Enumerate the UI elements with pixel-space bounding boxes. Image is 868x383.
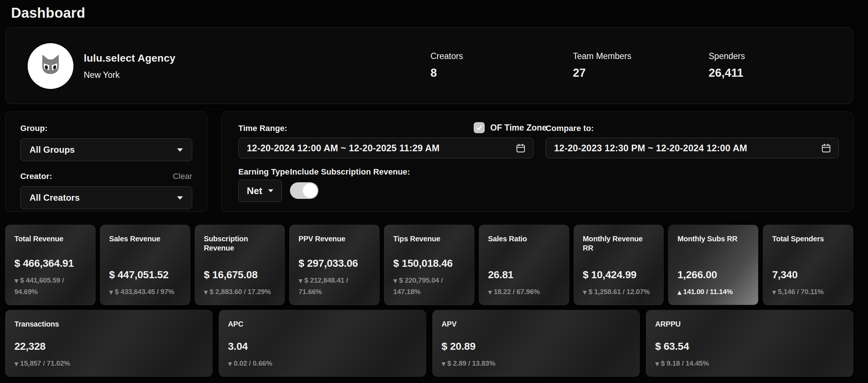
metric-card-tips-revenue: Tips Revenue $ 150,018.46 ▼$ 220,795.04 … <box>384 225 474 305</box>
calendar-icon[interactable] <box>821 143 831 153</box>
cat-logo-icon <box>35 50 66 82</box>
metric-comparison: ▼$ 212,848.41 / 71.66% <box>298 275 370 297</box>
metric-comparison: ▼$ 441,605.59 / 94.69% <box>14 275 86 297</box>
metric-value: 7,340 <box>772 269 844 281</box>
trend-down-icon: ▼ <box>442 361 446 367</box>
group-select-value: All Groups <box>30 145 75 155</box>
metric-comparison: ▼$ 2.89 / 13.83% <box>442 358 630 369</box>
dashboard-page: Dashboard lulu.select Agency New York Cr… <box>0 0 868 383</box>
metric-card-monthly-revenue-rr: Monthly Revenue RR $ 10,424.99 ▼$ 1,258.… <box>574 225 664 305</box>
metric-card-total-revenue: Total Revenue $ 466,364.91 ▼$ 441,605.59… <box>5 225 96 305</box>
group-label: Group: <box>20 124 192 133</box>
agency-header-card: lulu.select Agency New York Creators 8 T… <box>5 27 853 104</box>
agency-stat-creators: Creators 8 <box>430 51 463 80</box>
metric-comparison: ▼$ 2,883.60 / 17.29% <box>204 286 276 297</box>
metric-label: PPV Revenue <box>298 234 370 244</box>
metric-label: Total Revenue <box>14 234 86 244</box>
metric-comparison: ▼$ 9.18 / 14.45% <box>655 358 844 369</box>
metric-comparison: ▼15,857 / 71.02% <box>14 358 203 369</box>
creator-clear-link[interactable]: Clear <box>173 172 192 181</box>
creator-label-row: Creator: Clear <box>20 172 192 181</box>
agency-avatar <box>28 43 73 89</box>
metric-label: Total Spenders <box>772 234 844 244</box>
filters-row: Group: All Groups Creator: Clear All Cre… <box>5 111 853 212</box>
earning-type-label: Earning Type: <box>238 167 292 177</box>
metric-value: $ 466,364.91 <box>14 258 86 269</box>
trend-down-icon: ▼ <box>14 278 18 284</box>
trend-down-icon: ▼ <box>228 361 232 367</box>
trend-down-icon: ▼ <box>772 289 776 295</box>
chevron-down-icon <box>268 189 273 192</box>
time-filters-panel: Time Range: OF Time Zone Compare to: 12-… <box>221 111 853 212</box>
of-time-zone-checkbox[interactable] <box>474 122 485 133</box>
metric-card-total-spenders: Total Spenders 7,340 ▼5,146 / 70.11% <box>763 225 853 305</box>
metric-comparison: ▼$ 1,258.61 / 12.07% <box>583 286 655 297</box>
earning-type-value: Net <box>247 185 262 197</box>
metric-label: Subscription Revenue <box>204 234 276 253</box>
metric-card-monthly-subs-rr: Monthly Subs RR 1,266.00 ▲141.00 / 11.14… <box>668 225 758 305</box>
metric-value: $ 447,051.52 <box>109 269 181 281</box>
time-range-value: 12-20-2024 12:00 AM ~ 12-20-2025 11:29 A… <box>247 143 440 153</box>
earning-type-select[interactable]: Net <box>238 180 282 202</box>
toggle-knob <box>303 183 317 198</box>
metrics-row-2: Transactions 22,328 ▼15,857 / 71.02% APC… <box>5 310 853 377</box>
metric-label: Sales Ratio <box>488 234 560 244</box>
agency-stat-spenders: Spenders 26,411 <box>709 51 745 80</box>
chevron-down-icon <box>177 148 183 152</box>
metric-label: Monthly Subs RR <box>677 234 749 244</box>
metric-comparison: ▼$ 433,643.45 / 97% <box>109 286 181 297</box>
creator-select[interactable]: All Creators <box>20 186 192 209</box>
metric-label: Monthly Revenue RR <box>583 234 655 253</box>
metric-value: 26.81 <box>488 269 560 281</box>
stat-label: Creators <box>430 51 463 61</box>
stat-value: 8 <box>430 66 463 80</box>
group-select[interactable]: All Groups <box>20 138 192 161</box>
page-title: Dashboard <box>11 5 853 21</box>
of-time-zone-label: OF Time Zone <box>490 123 547 133</box>
creator-label: Creator: <box>20 172 52 181</box>
metric-comparison: ▼18.22 / 67.96% <box>488 286 560 297</box>
metric-card-subscription-revenue: Subscription Revenue $ 16,675.08 ▼$ 2,88… <box>195 225 285 305</box>
metric-value: $ 20.89 <box>442 341 630 352</box>
of-time-zone-control: OF Time Zone <box>474 122 547 133</box>
metric-comparison: ▲141.00 / 11.14% <box>677 286 749 297</box>
metric-value: $ 297,033.06 <box>298 258 370 269</box>
trend-down-icon: ▼ <box>583 289 587 295</box>
agency-identity: lulu.select Agency New York <box>28 43 175 89</box>
stat-label: Team Members <box>573 51 631 61</box>
trend-down-icon: ▼ <box>109 289 113 295</box>
metric-value: 3.04 <box>228 341 417 352</box>
metric-label: APC <box>228 320 417 329</box>
compare-range-input[interactable]: 12-20-2023 12:30 PM ~ 12-20-2024 12:00 A… <box>546 138 839 158</box>
metric-comparison: ▼0.02 / 0.66% <box>228 358 417 369</box>
agency-name: lulu.select Agency <box>84 52 175 64</box>
metric-label: APV <box>442 320 630 329</box>
metric-card-sales-ratio: Sales Ratio 26.81 ▼18.22 / 67.96% <box>479 225 569 305</box>
include-subscription-toggle[interactable] <box>290 182 318 199</box>
metric-value: 22,328 <box>14 341 203 352</box>
stat-value: 27 <box>573 66 631 80</box>
creator-select-value: All Creators <box>30 193 80 203</box>
compare-range-value: 12-20-2023 12:30 PM ~ 12-20-2024 12:00 A… <box>554 143 747 153</box>
agency-location: New York <box>84 70 175 80</box>
metric-label: Transactions <box>14 320 203 329</box>
calendar-icon[interactable] <box>516 143 526 153</box>
trend-up-icon: ▲ <box>677 289 681 295</box>
metric-value: $ 16,675.08 <box>204 269 276 281</box>
metric-card-apv: APV $ 20.89 ▼$ 2.89 / 13.83% <box>432 310 640 377</box>
metric-card-ppv-revenue: PPV Revenue $ 297,033.06 ▼$ 212,848.41 /… <box>289 225 380 305</box>
trend-down-icon: ▼ <box>393 278 397 284</box>
compare-to-label: Compare to: <box>546 124 594 133</box>
time-range-input[interactable]: 12-20-2024 12:00 AM ~ 12-20-2025 11:29 A… <box>238 138 533 158</box>
stat-label: Spenders <box>709 51 745 61</box>
metric-value: 1,266.00 <box>677 269 749 281</box>
trend-down-icon: ▼ <box>488 289 492 295</box>
include-subscription-label: Include Subscription Revenue: <box>290 167 410 177</box>
metric-label: Sales Revenue <box>109 234 181 244</box>
metric-value: $ 150,018.46 <box>393 258 465 269</box>
time-range-label: Time Range: <box>238 124 287 133</box>
trend-down-icon: ▼ <box>14 361 18 367</box>
metric-value: $ 63.54 <box>655 341 844 352</box>
stat-value: 26,411 <box>709 66 745 80</box>
metric-card-sales-revenue: Sales Revenue $ 447,051.52 ▼$ 433,643.45… <box>100 225 190 305</box>
